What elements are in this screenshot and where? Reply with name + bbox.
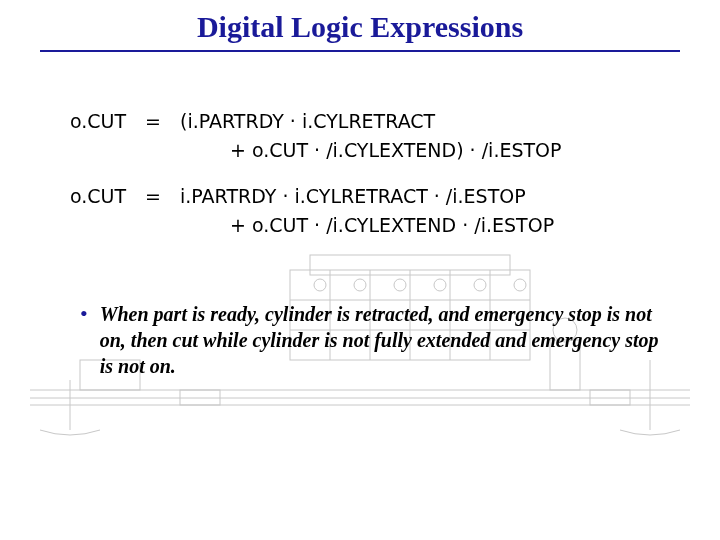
content: Digital Logic Expressions o.CUT = (i.PAR… [0,0,720,379]
expression-line-1: o.CUT = (i.PARTRDY · i.CYLRETRACT [70,107,650,136]
svg-rect-24 [180,390,220,405]
svg-rect-23 [590,390,630,405]
expression-block: o.CUT = (i.PARTRDY · i.CYLRETRACT + o.CU… [70,107,650,241]
expression-line-3: o.CUT = i.PARTRDY · i.CYLRETRACT · /i.ES… [70,182,650,211]
expression-line-2: + o.CUT · /i.CYLEXTEND) · /i.ESTOP [70,136,650,165]
bullet-row: • When part is ready, cylinder is retrac… [80,301,660,379]
slide: Digital Logic Expressions o.CUT = (i.PAR… [0,0,720,540]
title-wrap: Digital Logic Expressions [40,0,680,52]
bullet-block: • When part is ready, cylinder is retrac… [80,301,660,379]
expression-line-4: + o.CUT · /i.CYLEXTEND · /i.ESTOP [70,211,650,240]
slide-title: Digital Logic Expressions [40,10,680,50]
bullet-text: When part is ready, cylinder is retracte… [100,301,660,379]
bullet-dot-icon: • [80,301,88,327]
